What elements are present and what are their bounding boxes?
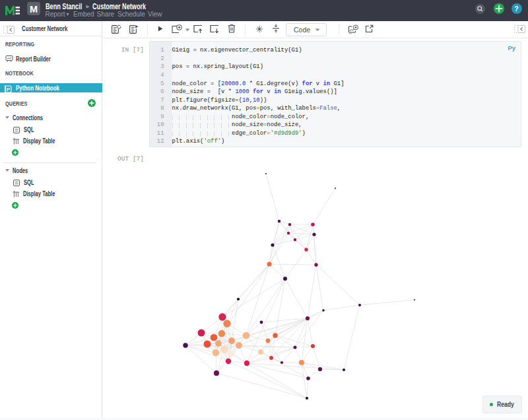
svg-text:P: P	[7, 87, 10, 92]
